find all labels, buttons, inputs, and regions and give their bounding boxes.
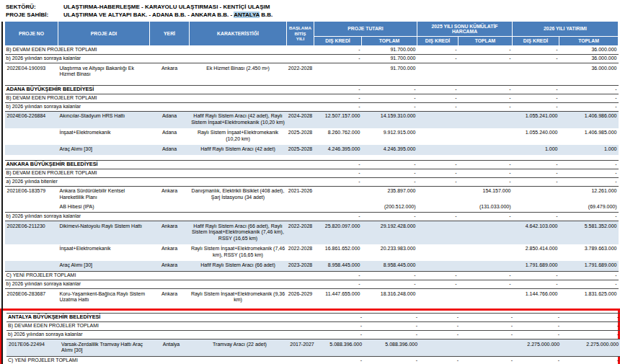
- cell-value-4: -: [459, 213, 513, 221]
- cell-value-3: -: [419, 357, 460, 364]
- cell-value-5: [513, 63, 559, 81]
- cell-baslama-bitis: 2022-2028: [287, 221, 314, 244]
- cell-value-3: -: [417, 85, 459, 94]
- row-label: ANKARA BÜYÜKŞEHİR BELEDİYESİ: [5, 160, 314, 169]
- cell-value-2: 20.233.983.000: [362, 244, 417, 261]
- row-label: C) YENİ PROJELER TOPLAMI: [5, 272, 314, 280]
- row-label: ADANA BÜYÜKŞEHİR BELEDİYESİ: [5, 85, 314, 94]
- cell-value-5: -: [513, 46, 559, 55]
- cell-value-5: -: [513, 213, 559, 221]
- cell-value-2: -: [362, 94, 417, 102]
- table-row-project: İnşaat+ElektromekanikAnkaraRaylı Sistem …: [5, 244, 619, 261]
- sektoru-value: ULAŞTIRMA-HABERLEŞME - KARAYOLU ULAŞTIRM…: [63, 3, 270, 11]
- cell-value-1: -: [314, 102, 362, 111]
- spacer-row: [5, 155, 619, 160]
- cell-value-2: -: [362, 213, 417, 221]
- cell-value-6: 3.789.663.000: [559, 244, 619, 261]
- cell-proje-adi: Akıncılar-Stadyum HRS Hattı: [58, 111, 150, 128]
- cell-value-6: 1.831.625.000: [559, 289, 619, 306]
- cell-value-1: [314, 203, 362, 213]
- cell-proje-no: 2021E06-183579: [5, 186, 58, 203]
- cell-proje-adi: Ulaştırma ve Altyapı Bakanlığı Ek Hizmet…: [58, 63, 150, 81]
- cell-value-3: -: [417, 55, 459, 63]
- cell-value-6: -: [559, 94, 619, 102]
- cell-value-1: -: [314, 169, 362, 177]
- cell-value-1: [314, 186, 362, 203]
- annotation-red-box: ANTALYA BÜYÜKŞEHİR BELEDİYESİ------B) DE…: [0, 308, 620, 364]
- cell-karakteristigi: Ek Hizmet Binası (2.450 m²): [190, 63, 287, 81]
- cell-value-4: [459, 145, 513, 156]
- cell-value-4: -: [460, 314, 514, 322]
- cell-proje-adi: Varsak-Zerdalilik Tramvay Hattı Araç Alı…: [60, 339, 151, 357]
- cell-value-2: -: [362, 85, 417, 94]
- table-row-project: 2026E06-283687Koru-Yaşamkent-Bağlıca Ray…: [5, 289, 619, 306]
- cell-value-3: -: [417, 160, 459, 169]
- cell-value-2: -: [362, 169, 417, 177]
- cell-value-3: [417, 244, 459, 261]
- row-label: B) DEVAM EDEN PROJELER TOPLAMI: [5, 46, 314, 55]
- cell-yeri: [150, 203, 190, 213]
- cell-value-5: -: [513, 280, 559, 289]
- cell-baslama-bitis: 2022-2028: [287, 63, 314, 81]
- cell-baslama-bitis: 2017-2027: [288, 339, 316, 357]
- cell-baslama-bitis: 2025-2028: [287, 128, 314, 145]
- col-header-baslama-bitis: BAŞLAMA BİTİŞ YILI: [287, 22, 314, 46]
- cell-value-2: -: [363, 331, 419, 339]
- col-header-toplam-3: TOPLAM: [559, 37, 619, 46]
- cell-value-5: [513, 203, 559, 213]
- cell-proje-no: [5, 261, 58, 272]
- cell-karakteristigi: Hafif Raylı Sistem Aracı (42 adet): [190, 145, 287, 156]
- cell-value-4: (131.033.000): [459, 203, 513, 213]
- cell-value-5: 1.000: [513, 145, 559, 156]
- cell-value-4: -: [459, 169, 513, 177]
- cell-baslama-bitis: 2023-2028: [287, 261, 314, 272]
- document-header: SEKTÖRÜ: ULAŞTIRMA-HABERLEŞME - KARAYOLU…: [0, 0, 620, 21]
- cell-baslama-bitis: 2022-2028: [287, 244, 314, 261]
- cell-value-5: -: [513, 85, 559, 94]
- cell-value-5: -: [513, 102, 559, 111]
- row-label: b) 2026 yılından sonraya kalanlar: [5, 280, 314, 289]
- cell-value-3: [417, 128, 459, 145]
- cell-value-6: -: [559, 177, 619, 186]
- sektoru-label: SEKTÖRÜ:: [6, 3, 63, 11]
- cell-karakteristigi: Hafif Raylı Sistem Aracı (66 adet): [190, 261, 287, 272]
- cell-yeri: Ankara: [150, 244, 190, 261]
- cell-proje-adi: İnşaat+Elektromekanik: [58, 128, 150, 145]
- cell-value-2: 91.700.000: [362, 46, 417, 55]
- cell-value-1: 5.088.396.000: [316, 339, 363, 357]
- row-label: C) YENİ PROJELER TOPLAMI: [6, 357, 316, 364]
- cell-proje-no: [5, 128, 58, 145]
- cell-value-5: -: [513, 272, 559, 280]
- cell-value-3: [417, 203, 459, 213]
- cell-value-4: -: [459, 55, 513, 63]
- cell-proje-adi: Ankara Sürdürülebilir Kentsel Hareketlil…: [58, 186, 150, 203]
- cell-value-1: 8.958.445.000: [314, 261, 362, 272]
- group-header-kumulatif-harcama: 2025 YILI SONU KÜMÜLATİF HARCAMA: [417, 22, 513, 37]
- cell-value-1: 11.447.655.000: [314, 289, 362, 306]
- cell-value-4: 154.157.000: [459, 186, 513, 203]
- cell-value-6: 36.000.000: [559, 55, 619, 63]
- cell-value-1: 16.861.652.000: [314, 244, 362, 261]
- row-label: B) DEVAM EDEN PROJELER TOPLAMI: [5, 169, 314, 177]
- table-row-total: B) DEVAM EDEN PROJELER TOPLAMI------: [6, 322, 620, 331]
- table-body-main: B) DEVAM EDEN PROJELER TOPLAMI-91.700.00…: [5, 46, 619, 306]
- projects-table-main: PROJE NO PROJE ADI YERİ KARAKTERİSTİĞİ B…: [4, 21, 619, 306]
- col-header-yeri: YERİ: [150, 22, 190, 46]
- row-label: ANTALYA BÜYÜKŞEHİR BELEDİYESİ: [6, 314, 316, 322]
- table-row-sub: b) 2026 yılından sonraya kalanlar------: [5, 213, 619, 221]
- cell-value-2: -: [362, 160, 417, 169]
- proje-sahibi-pre: ULAŞTIRMA VE ALTYAPI BAK. - ADANA B.B. -…: [63, 12, 234, 18]
- table-row-project: 2017E06-22494Varsak-Zerdalilik Tramvay H…: [6, 339, 620, 357]
- cell-proje-no: 2022E04-190093: [5, 63, 58, 81]
- cell-value-4: -: [460, 322, 514, 331]
- table-row-project: Araç Alımı [30]AdanaHafif Raylı Sistem A…: [5, 145, 619, 156]
- cell-value-5: -: [513, 94, 559, 102]
- cell-value-3: [417, 261, 459, 272]
- cell-value-6: -: [561, 357, 620, 364]
- cell-value-5: -: [514, 357, 561, 364]
- cell-value-1: -: [314, 177, 362, 186]
- cell-value-5: 4.642.103.000: [513, 221, 559, 244]
- cell-value-5: -: [513, 169, 559, 177]
- cell-value-5: 1.055.241.000: [513, 111, 559, 128]
- sektoru-line: SEKTÖRÜ: ULAŞTIRMA-HABERLEŞME - KARAYOLU…: [6, 3, 620, 11]
